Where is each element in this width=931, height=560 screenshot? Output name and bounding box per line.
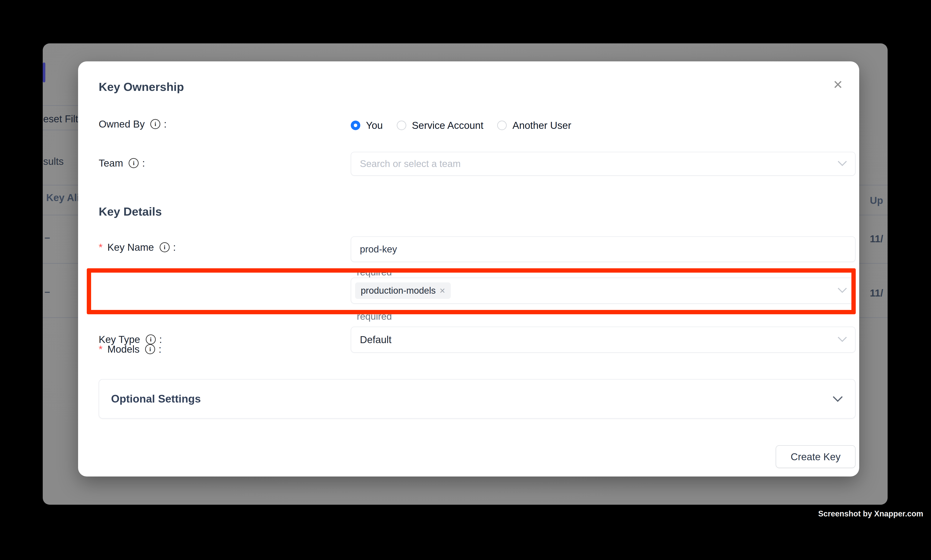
- models-required-error: required: [357, 311, 392, 322]
- key-name-label-text: Key Name: [108, 242, 154, 253]
- reset-filters-button-partial[interactable]: eset Filt: [43, 113, 78, 125]
- team-label-text: Team: [99, 157, 123, 169]
- owned-by-label-text: Owned By: [99, 118, 145, 130]
- optional-settings-title: Optional Settings: [111, 392, 832, 405]
- info-icon[interactable]: i: [150, 119, 160, 129]
- divider: [43, 105, 80, 106]
- close-icon[interactable]: ✕: [828, 75, 848, 94]
- create-key-button[interactable]: Create Key: [776, 445, 856, 468]
- radio-another-user-label: Another User: [512, 120, 571, 131]
- team-select[interactable]: Search or select a team: [351, 152, 856, 176]
- watermark-text: Screenshot by Xnapper.com: [818, 509, 923, 518]
- remove-tag-icon[interactable]: ×: [440, 286, 445, 295]
- updated-column-header: Up: [870, 195, 883, 206]
- radio-you-label: You: [366, 120, 383, 131]
- colon: :: [173, 242, 176, 253]
- key-type-label: Key Type i :: [99, 334, 162, 345]
- chevron-down-icon: [837, 287, 847, 294]
- colon: :: [164, 118, 166, 130]
- selected-model-tag: production-models ×: [355, 282, 451, 299]
- selected-model-tag-text: production-models: [361, 285, 436, 296]
- screenshot-canvas: eset Filt sults Key Alia Up – 11/ – 11/ …: [0, 0, 931, 560]
- key-name-label: * Key Name i :: [99, 242, 176, 253]
- info-icon[interactable]: i: [160, 242, 169, 252]
- results-count-partial: sults: [43, 155, 64, 167]
- clipped-blue-button[interactable]: [43, 63, 45, 82]
- chevron-down-icon: [837, 160, 847, 168]
- colon: :: [142, 157, 145, 169]
- optional-settings-panel[interactable]: Optional Settings: [99, 379, 856, 418]
- chevron-down-icon: [837, 336, 847, 343]
- owned-by-radio-group: You Service Account Another User: [351, 115, 585, 135]
- key-name-required-error: required: [357, 267, 392, 278]
- create-key-modal: ✕ Key Ownership Owned By i : You Service…: [78, 62, 859, 477]
- radio-selected-icon[interactable]: [351, 121, 360, 130]
- table-row: –: [45, 231, 50, 243]
- team-label: Team i :: [99, 157, 145, 169]
- radio-service-account-label: Service Account: [412, 120, 483, 131]
- radio-you[interactable]: You: [351, 120, 383, 131]
- required-asterisk: *: [99, 242, 103, 253]
- radio-another-user[interactable]: Another User: [497, 120, 571, 131]
- radio-unselected-icon[interactable]: [397, 121, 406, 130]
- owned-by-label: Owned By i :: [99, 118, 166, 130]
- info-icon[interactable]: i: [129, 158, 138, 168]
- radio-unselected-icon[interactable]: [497, 121, 507, 130]
- key-type-select[interactable]: Default: [351, 327, 856, 353]
- table-row: –: [45, 286, 50, 297]
- info-icon[interactable]: i: [146, 334, 156, 345]
- key-type-selected-value: Default: [360, 334, 391, 346]
- colon: :: [159, 334, 162, 345]
- divider: [43, 130, 80, 130]
- table-row: 11/: [870, 287, 883, 299]
- models-select[interactable]: production-models ×: [351, 278, 856, 304]
- key-type-label-text: Key Type: [99, 334, 140, 345]
- radio-service-account[interactable]: Service Account: [397, 120, 483, 131]
- section-title-key-ownership: Key Ownership: [99, 80, 184, 94]
- team-select-placeholder: Search or select a team: [360, 158, 461, 169]
- info-icon[interactable]: i: [145, 344, 155, 354]
- chevron-down-icon: [832, 395, 843, 402]
- section-title-key-details: Key Details: [99, 205, 162, 218]
- table-row: 11/: [870, 233, 883, 245]
- key-name-input[interactable]: [351, 236, 856, 262]
